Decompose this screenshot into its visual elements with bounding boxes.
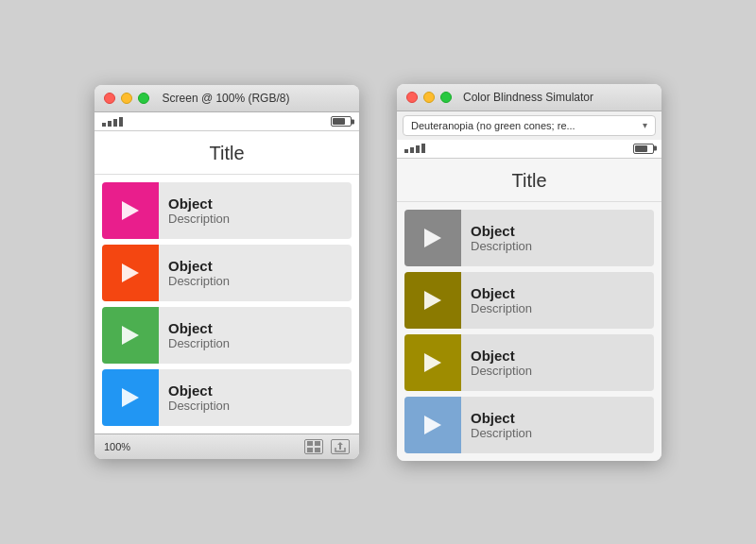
zoom-level: 100% [104, 441, 130, 452]
item-title: Object [168, 382, 342, 399]
play-icon [424, 291, 441, 310]
right-phone-content: Title Object Description Object Descript… [397, 159, 662, 461]
signal-icon [404, 144, 425, 153]
play-icon [424, 353, 441, 372]
right-titlebar: Color Blindness Simulator [397, 84, 662, 111]
left-window: Screen @ 100% (RGB/8) Title Object Descr… [94, 85, 359, 459]
svg-rect-3 [315, 448, 320, 452]
list-item[interactable]: Object Description [102, 245, 352, 301]
item-text: Object Description [461, 223, 654, 253]
list-item[interactable]: Object Description [404, 272, 654, 329]
left-phone-content: Title Object Description Object Descript… [94, 131, 359, 434]
play-icon [424, 416, 441, 434]
item-icon-pink [102, 182, 159, 239]
play-icon [122, 201, 139, 220]
colorblind-dropdown[interactable]: Deuteranopia (no green cones; re... ▾ [403, 115, 656, 136]
signal-icon [102, 117, 123, 127]
item-icon-gray [404, 210, 461, 266]
item-text: Object Description [159, 382, 352, 413]
item-desc: Description [168, 212, 342, 226]
battery-icon [331, 116, 352, 127]
list-item[interactable]: Object Description [102, 307, 352, 364]
item-title: Object [471, 223, 644, 239]
grid-icon[interactable] [304, 439, 323, 454]
left-screen-title: Title [94, 131, 359, 175]
right-list: Object Description Object Description [397, 202, 662, 461]
item-text: Object Description [159, 320, 352, 350]
item-icon-blue [102, 369, 159, 426]
item-text: Object Description [159, 258, 352, 288]
svg-rect-0 [307, 441, 313, 446]
item-icon-green [102, 307, 159, 364]
list-item[interactable]: Object Description [102, 182, 352, 239]
svg-rect-1 [315, 441, 320, 446]
item-title: Object [471, 348, 644, 364]
item-title: Object [168, 258, 342, 274]
list-item[interactable]: Object Description [404, 397, 654, 453]
item-desc: Description [471, 364, 644, 378]
svg-rect-2 [307, 448, 313, 452]
item-desc: Description [168, 336, 342, 350]
right-window: Color Blindness Simulator Deuteranopia (… [397, 84, 662, 461]
item-icon-olive-light [404, 334, 461, 391]
right-statusbar [397, 140, 662, 159]
bottom-icons [304, 439, 350, 454]
list-item[interactable]: Object Description [404, 334, 654, 391]
item-text: Object Description [461, 285, 654, 315]
chevron-down-icon: ▾ [643, 120, 647, 130]
left-statusbar [94, 112, 359, 131]
right-screen-title: Title [397, 159, 662, 202]
play-icon [424, 229, 441, 247]
list-item[interactable]: Object Description [102, 369, 352, 426]
list-item[interactable]: Object Description [404, 210, 654, 266]
item-title: Object [471, 285, 644, 301]
item-text: Object Description [461, 410, 654, 440]
item-title: Object [471, 410, 644, 426]
play-icon [122, 388, 139, 407]
left-list: Object Description Object Description [94, 175, 359, 434]
battery-icon [633, 144, 654, 154]
left-window-title: Screen @ 100% (RGB/8) [102, 92, 350, 105]
share-icon[interactable] [331, 439, 350, 454]
play-icon [122, 326, 139, 345]
item-title: Object [168, 320, 342, 336]
left-titlebar: Screen @ 100% (RGB/8) [94, 85, 359, 112]
item-icon-light-blue [404, 397, 461, 453]
left-bottom-bar: 100% [94, 434, 359, 459]
play-icon [122, 264, 139, 282]
item-desc: Description [471, 301, 644, 315]
item-desc: Description [471, 426, 644, 440]
right-window-title: Color Blindness Simulator [404, 91, 652, 104]
item-desc: Description [168, 274, 342, 288]
item-text: Object Description [159, 196, 352, 226]
item-desc: Description [168, 399, 342, 413]
item-desc: Description [471, 239, 644, 253]
item-icon-orange [102, 245, 159, 301]
item-icon-olive-dark [404, 272, 461, 329]
item-text: Object Description [461, 348, 654, 378]
item-title: Object [168, 196, 342, 212]
dropdown-label: Deuteranopia (no green cones; re... [411, 120, 576, 131]
